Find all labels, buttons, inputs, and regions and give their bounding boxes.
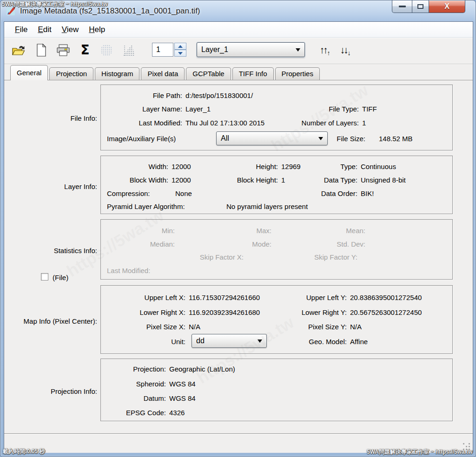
tab-gcptable[interactable]: GCPTable bbox=[186, 67, 231, 80]
upper-left-y-value: 20.8386395001272540 bbox=[350, 294, 422, 302]
menu-edit[interactable]: Edit bbox=[33, 24, 56, 35]
layer-info-panel: Width: 12000 Height: 12969 Type: Continu… bbox=[100, 156, 453, 214]
layer-name-value: Layer_1 bbox=[185, 105, 211, 113]
lower-right-y-row: Lower Right Y: 20.5675263001272450 bbox=[278, 308, 422, 317]
move-layer-down-button[interactable]: ↓↓↓ bbox=[335, 42, 354, 58]
upper-left-x-row: Upper Left X: 116.715307294261660 bbox=[101, 294, 260, 302]
compression-value: None bbox=[175, 189, 192, 198]
height-value: 12969 bbox=[281, 163, 301, 171]
geo-model-value: Affine bbox=[350, 338, 368, 346]
stats-last-modified-label: Last Modified: bbox=[107, 267, 150, 275]
compute-statistics-button[interactable]: Σ bbox=[79, 43, 92, 58]
caption-buttons: X bbox=[392, 0, 465, 13]
file-type-value: TIFF bbox=[362, 105, 377, 113]
tab-pixel-data[interactable]: Pixel data bbox=[141, 67, 185, 80]
open-file-button[interactable] bbox=[11, 44, 26, 58]
spin-up-icon bbox=[178, 45, 183, 48]
median-row: Median: bbox=[101, 240, 175, 248]
lower-right-y-value: 20.5675263001272450 bbox=[350, 308, 422, 317]
minimize-button[interactable] bbox=[392, 0, 412, 13]
print-button[interactable] bbox=[55, 43, 71, 57]
client-area: File Edit View Help bbox=[4, 21, 473, 453]
upper-left-x-value: 116.715307294261660 bbox=[189, 294, 260, 302]
toolbar: Σ 1 Layer_1 bbox=[4, 38, 473, 64]
pixel-size-x-value: N/A bbox=[189, 323, 200, 331]
data-type-row: Data Type: Unsigned 8-bit bbox=[305, 176, 406, 184]
minimize-icon bbox=[399, 6, 406, 7]
block-width-row: Block Width: 12000 bbox=[101, 176, 191, 184]
close-icon: X bbox=[444, 2, 450, 11]
tab-properties[interactable]: Properties bbox=[275, 67, 320, 80]
arrows-up-icon: ↑↑↑ bbox=[320, 45, 329, 55]
data-order-row: Data Order: BIK! bbox=[305, 189, 374, 198]
document-icon bbox=[36, 44, 46, 57]
max-row: Max: bbox=[212, 227, 271, 235]
maximize-button[interactable] bbox=[412, 0, 429, 13]
aux-files-value: All bbox=[221, 134, 229, 143]
tab-tiff-info[interactable]: TIFF Info bbox=[232, 67, 274, 80]
menu-bar: File Edit View Help bbox=[4, 22, 473, 38]
layer-number-stepper bbox=[174, 43, 186, 57]
file-path-row: File Path: d:/test/po/151830001/ bbox=[101, 91, 253, 100]
file-size-row: File Size: 148.52 MB bbox=[331, 135, 413, 143]
chevron-down-icon bbox=[296, 48, 300, 52]
skip-factor-y-row: Skip Factor Y: bbox=[289, 253, 357, 261]
file-statistics-checkbox[interactable] bbox=[41, 273, 48, 281]
spheroid-value: WGS 84 bbox=[169, 380, 196, 388]
type-row: Type: Continuous bbox=[305, 163, 396, 171]
spin-up-button[interactable] bbox=[174, 43, 186, 50]
layer-name-row: Layer Name: Layer_1 bbox=[101, 105, 211, 113]
layer-number-input[interactable]: 1 bbox=[152, 43, 173, 57]
new-document-button[interactable] bbox=[35, 43, 48, 58]
dotted-sphere-icon bbox=[99, 43, 113, 57]
open-folder-icon bbox=[12, 45, 26, 57]
width-row: Width: 12000 bbox=[101, 163, 191, 171]
tab-projection[interactable]: Projection bbox=[49, 67, 93, 80]
file-type-row: File Type: TIFF bbox=[240, 105, 377, 113]
menu-view[interactable]: View bbox=[57, 24, 84, 35]
epsg-code-value: 4326 bbox=[169, 409, 185, 417]
map-info-label: Map Info (Pixel Center): bbox=[4, 317, 97, 325]
file-info-panel: File Path: d:/test/po/151830001/ Layer N… bbox=[100, 85, 453, 150]
datum-row: Datum: WGS 84 bbox=[101, 394, 196, 403]
tab-general[interactable]: General bbox=[10, 65, 48, 80]
window-frame: Image Metadata (fs2_151830001_1a_0001_pa… bbox=[0, 0, 476, 457]
spin-down-icon bbox=[178, 52, 183, 55]
file-checkbox-label: (File) bbox=[53, 274, 68, 281]
lower-right-x-value: 116.920392394261680 bbox=[189, 308, 260, 317]
pyramid-value: No pyramid layers present bbox=[226, 202, 308, 211]
pyramid-layers-button-disabled[interactable] bbox=[121, 43, 136, 57]
width-value: 12000 bbox=[172, 163, 191, 171]
statistics-info-panel: Min: Max: Mean: Median: Mode: Std. Dev: bbox=[100, 219, 453, 280]
data-type-value: Unsigned 8-bit bbox=[361, 176, 406, 184]
spin-down-button[interactable] bbox=[174, 50, 186, 57]
datum-value: WGS 84 bbox=[169, 394, 196, 403]
unit-select[interactable]: dd bbox=[192, 334, 267, 348]
menu-help[interactable]: Help bbox=[84, 24, 110, 35]
tab-histogram[interactable]: Histogram bbox=[95, 67, 139, 80]
block-height-row: Block Height: 1 bbox=[212, 176, 285, 184]
std-dev-row: Std. Dev: bbox=[296, 240, 365, 248]
chevron-down-icon bbox=[258, 339, 262, 343]
unit-select-value: dd bbox=[196, 337, 205, 345]
aux-files-select[interactable]: All bbox=[216, 131, 328, 145]
projection-info-panel: Projection: Geographic (Lat/Lon) Spheroi… bbox=[100, 359, 453, 421]
layer-select[interactable]: Layer_1 bbox=[197, 42, 305, 57]
min-row: Min: bbox=[101, 227, 175, 235]
dotted-pyramid-icon bbox=[122, 44, 136, 57]
close-button[interactable]: X bbox=[429, 0, 465, 13]
type-value: Continuous bbox=[361, 163, 396, 171]
pixel-size-y-value: N/A bbox=[350, 323, 362, 331]
block-height-value: 1 bbox=[281, 176, 285, 184]
watermark-load-time: 載入時間:0.05 秒 bbox=[3, 448, 45, 456]
move-layer-up-button[interactable]: ↑↑↑ bbox=[315, 42, 333, 58]
histogram-button-disabled[interactable] bbox=[99, 43, 114, 58]
tab-strip: General Projection Histogram Pixel data … bbox=[4, 65, 473, 80]
menu-file[interactable]: File bbox=[10, 24, 33, 35]
height-row: Height: 12969 bbox=[212, 163, 301, 171]
spheroid-row: Spheroid: WGS 84 bbox=[101, 380, 196, 388]
mean-row: Mean: bbox=[296, 227, 365, 235]
aux-files-label: Image/Auxiliary File(s) bbox=[107, 135, 176, 143]
data-order-value: BIK! bbox=[361, 189, 374, 198]
arrows-down-icon: ↓↓↓ bbox=[340, 45, 349, 55]
